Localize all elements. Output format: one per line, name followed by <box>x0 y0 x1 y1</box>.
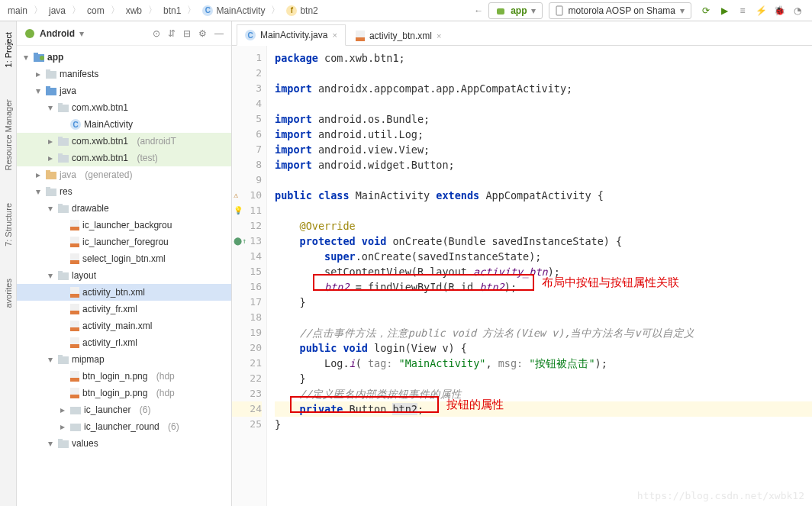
tree-main-activity[interactable]: CMainActivity <box>17 116 231 133</box>
editor-area: CMainActivity.java× activity_btn.xml× 12… <box>232 21 812 506</box>
resource-manager-tab[interactable]: Resource Manager <box>2 95 14 176</box>
class-icon: C <box>70 119 81 130</box>
svg-rect-49 <box>356 37 365 41</box>
svg-rect-6 <box>46 71 56 79</box>
project-tab[interactable]: 1: Project <box>2 27 14 72</box>
back-button[interactable]: ← <box>470 2 487 19</box>
tree-file[interactable]: ic_launcher_backgrou <box>17 217 231 234</box>
structure-tab[interactable]: 7: Structure <box>2 198 14 251</box>
breadcrumb-item[interactable]: xwb <box>124 5 143 16</box>
device-selector[interactable]: motorola AOSP on Shama ▾ <box>549 2 691 19</box>
breadcrumb-item[interactable]: java <box>47 5 67 16</box>
package-icon <box>58 153 69 163</box>
project-tree[interactable]: ▾app ▸manifests ▾java ▾com.xwb.btn1 CMai… <box>17 46 231 506</box>
apply-changes-button[interactable]: ≡ <box>734 2 751 19</box>
svg-rect-17 <box>46 170 50 172</box>
breadcrumb-item[interactable]: com <box>85 5 106 16</box>
android-icon <box>495 5 506 16</box>
breadcrumb-item[interactable]: btn1 <box>162 5 182 16</box>
breadcrumb-method[interactable]: fbtn2 <box>285 5 319 16</box>
svg-rect-44 <box>70 407 81 414</box>
xml-icon <box>356 31 365 41</box>
tree-java[interactable]: ▾java <box>17 82 231 99</box>
run-button[interactable]: ▶ <box>716 2 733 19</box>
svg-rect-16 <box>46 172 56 179</box>
tree-drawable[interactable]: ▾drawable <box>17 200 231 217</box>
close-icon[interactable]: × <box>332 31 337 40</box>
tree-package-test[interactable]: ▸com.xwb.btn1 (test) <box>17 150 231 166</box>
settings-icon[interactable]: ⚙ <box>198 28 207 39</box>
breadcrumb-sep: 〉 <box>31 4 46 17</box>
xml-icon <box>70 237 79 247</box>
tree-file[interactable]: btn_login_n.png (hdp <box>17 368 231 385</box>
tree-file[interactable]: activity_main.xml <box>17 317 231 334</box>
tab-main-activity[interactable]: CMainActivity.java× <box>237 24 346 46</box>
tree-file[interactable]: btn_login_p.png (hdp <box>17 385 231 401</box>
select-opened-file-icon[interactable]: ⊙ <box>153 28 160 39</box>
tree-layout[interactable]: ▾layout <box>17 267 231 284</box>
tree-file[interactable]: ▸ic_launcher (6) <box>17 401 231 418</box>
sync-button[interactable]: ⟳ <box>698 2 714 19</box>
tree-res[interactable]: ▾res <box>17 183 231 200</box>
tree-values[interactable]: ▾values <box>17 435 231 452</box>
tree-package-androidtest[interactable]: ▸com.xwb.btn1 (androidT <box>17 133 231 150</box>
breadcrumb-sep: 〉 <box>69 4 84 17</box>
svg-rect-10 <box>58 105 69 112</box>
run-config-selector[interactable]: app ▾ <box>488 2 543 19</box>
tree-file[interactable]: ic_launcher_foregrou <box>17 234 231 250</box>
code-editor[interactable]: package com.xwb.btn1; import androidx.ap… <box>267 46 812 506</box>
tree-file[interactable]: select_login_btn.xml <box>17 250 231 267</box>
svg-rect-38 <box>58 356 69 364</box>
folder-icon <box>70 405 81 414</box>
class-icon: C <box>202 5 213 16</box>
profile-button[interactable]: ◔ <box>789 2 806 19</box>
tree-file[interactable]: activity_fr.xml <box>17 301 231 317</box>
debug-button[interactable]: 🐞 <box>771 2 788 19</box>
expand-all-icon[interactable]: ⇵ <box>168 28 176 39</box>
gutter[interactable]: 12345 6789 10⚠ 11💡 12 13⬤↑ 1415161718 19… <box>232 46 267 506</box>
breadcrumb-class[interactable]: CMainActivity <box>201 5 266 16</box>
tree-file-selected[interactable]: activity_btn.xml <box>17 284 231 301</box>
folder-icon <box>58 439 69 448</box>
svg-rect-39 <box>58 355 63 357</box>
tree-file[interactable]: ▸ic_launcher_round (6) <box>17 418 231 435</box>
hide-icon[interactable]: — <box>214 28 224 39</box>
svg-rect-12 <box>58 138 69 146</box>
breadcrumb-sep: 〉 <box>184 4 199 17</box>
close-icon[interactable]: × <box>437 31 441 40</box>
svg-rect-21 <box>58 204 63 206</box>
package-icon <box>58 137 69 146</box>
chevron-down-icon: ▾ <box>79 28 84 39</box>
field-icon: f <box>286 5 297 16</box>
override-icon[interactable]: ⬤↑ <box>234 234 246 249</box>
tab-activity-btn[interactable]: activity_btn.xml× <box>347 25 450 46</box>
breadcrumb-item[interactable]: main <box>6 5 29 16</box>
svg-point-2 <box>25 29 34 38</box>
breadcrumb-sep: 〉 <box>268 4 283 17</box>
project-panel-header: Android ▾ ⊙ ⇵ ⊟ ⚙ — <box>17 21 231 46</box>
tree-file[interactable]: activity_rl.xml <box>17 334 231 351</box>
svg-rect-31 <box>70 294 79 298</box>
generated-folder-icon <box>46 170 56 179</box>
tree-manifests[interactable]: ▸manifests <box>17 66 231 82</box>
lightbulb-icon[interactable]: 💡 <box>234 203 243 218</box>
svg-rect-27 <box>70 260 79 264</box>
breadcrumb-sep: 〉 <box>145 4 160 17</box>
phone-icon <box>556 5 563 16</box>
svg-point-5 <box>40 56 44 60</box>
folder-icon <box>58 204 69 213</box>
apply-code-button[interactable]: ⚡ <box>752 2 769 19</box>
tree-package-main[interactable]: ▾com.xwb.btn1 <box>17 99 231 116</box>
favorites-tab[interactable]: avorites <box>2 274 14 313</box>
tree-app[interactable]: ▾app <box>17 49 231 66</box>
collapse-all-icon[interactable]: ⊟ <box>183 28 191 39</box>
svg-rect-11 <box>58 103 63 105</box>
warning-icon[interactable]: ⚠ <box>234 188 238 203</box>
device-name: motorola AOSP on Shama <box>568 5 675 16</box>
svg-rect-29 <box>58 271 63 273</box>
class-icon: C <box>245 30 256 40</box>
chevron-down-icon: ▾ <box>680 5 685 16</box>
tree-java-generated[interactable]: ▸java (generated) <box>17 166 231 183</box>
project-view-selector[interactable]: Android ▾ <box>24 28 84 39</box>
tree-mipmap[interactable]: ▾mipmap <box>17 351 231 368</box>
